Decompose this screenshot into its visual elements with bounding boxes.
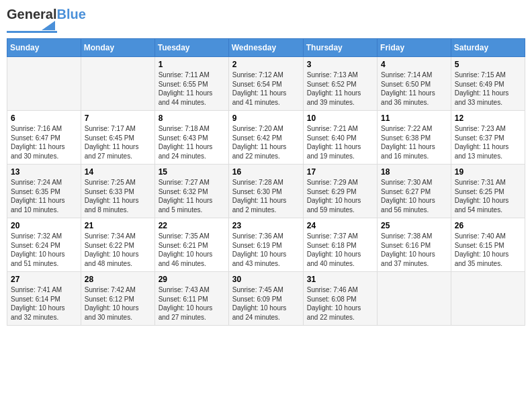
- cell-content: Sunrise: 7:14 AM Sunset: 6:50 PM Dayligh…: [381, 71, 447, 107]
- calendar-cell: 3Sunrise: 7:13 AM Sunset: 6:52 PM Daylig…: [303, 57, 377, 111]
- header-cell-saturday: Saturday: [451, 39, 525, 57]
- cell-content: Sunrise: 7:38 AM Sunset: 6:16 PM Dayligh…: [381, 232, 447, 268]
- header-cell-wednesday: Wednesday: [228, 39, 303, 57]
- logo-underline: [7, 31, 57, 33]
- day-number: 27: [11, 275, 77, 284]
- cell-content: Sunrise: 7:40 AM Sunset: 6:15 PM Dayligh…: [455, 232, 521, 268]
- day-number: 7: [85, 113, 151, 123]
- header-cell-tuesday: Tuesday: [154, 39, 228, 57]
- cell-content: Sunrise: 7:31 AM Sunset: 6:25 PM Dayligh…: [455, 178, 521, 214]
- calendar-cell: 29Sunrise: 7:43 AM Sunset: 6:11 PM Dayli…: [154, 272, 228, 326]
- calendar-cell: 4Sunrise: 7:14 AM Sunset: 6:50 PM Daylig…: [378, 57, 451, 111]
- page-header: GeneralBlue: [7, 7, 525, 33]
- day-number: 23: [232, 221, 300, 230]
- cell-content: Sunrise: 7:23 AM Sunset: 6:37 PM Dayligh…: [455, 124, 521, 161]
- calendar-cell: [81, 57, 154, 111]
- calendar-cell: 23Sunrise: 7:36 AM Sunset: 6:19 PM Dayli…: [228, 218, 303, 272]
- cell-content: Sunrise: 7:36 AM Sunset: 6:19 PM Dayligh…: [232, 232, 300, 268]
- svg-marker-0: [42, 21, 55, 30]
- cell-content: Sunrise: 7:43 AM Sunset: 6:11 PM Dayligh…: [159, 285, 225, 322]
- day-number: 30: [232, 275, 300, 284]
- calendar-cell: 26Sunrise: 7:40 AM Sunset: 6:15 PM Dayli…: [451, 218, 525, 272]
- day-number: 16: [232, 167, 300, 177]
- day-number: 21: [85, 221, 151, 230]
- day-number: 10: [307, 113, 373, 123]
- calendar-cell: 14Sunrise: 7:25 AM Sunset: 6:33 PM Dayli…: [81, 165, 154, 218]
- calendar-cell: 10Sunrise: 7:21 AM Sunset: 6:40 PM Dayli…: [303, 111, 377, 165]
- day-number: 9: [232, 113, 300, 123]
- calendar-cell: 22Sunrise: 7:35 AM Sunset: 6:21 PM Dayli…: [154, 218, 228, 272]
- cell-content: Sunrise: 7:27 AM Sunset: 6:32 PM Dayligh…: [159, 178, 225, 214]
- day-number: 11: [381, 113, 447, 123]
- calendar-table: SundayMondayTuesdayWednesdayThursdayFrid…: [7, 38, 525, 326]
- header-row: SundayMondayTuesdayWednesdayThursdayFrid…: [7, 39, 525, 57]
- cell-content: Sunrise: 7:12 AM Sunset: 6:54 PM Dayligh…: [232, 71, 300, 107]
- calendar-cell: 17Sunrise: 7:29 AM Sunset: 6:29 PM Dayli…: [303, 165, 377, 218]
- day-number: 12: [455, 113, 521, 123]
- calendar-body: 1Sunrise: 7:11 AM Sunset: 6:55 PM Daylig…: [7, 57, 525, 326]
- cell-content: Sunrise: 7:20 AM Sunset: 6:42 PM Dayligh…: [232, 124, 300, 161]
- cell-content: Sunrise: 7:46 AM Sunset: 6:08 PM Dayligh…: [307, 285, 373, 322]
- cell-content: Sunrise: 7:34 AM Sunset: 6:22 PM Dayligh…: [85, 232, 151, 268]
- day-number: 13: [11, 167, 77, 177]
- day-number: 8: [159, 113, 225, 123]
- day-number: 14: [85, 167, 151, 177]
- day-number: 5: [455, 60, 521, 69]
- week-row-1: 1Sunrise: 7:11 AM Sunset: 6:55 PM Daylig…: [7, 57, 525, 111]
- cell-content: Sunrise: 7:22 AM Sunset: 6:38 PM Dayligh…: [381, 124, 447, 161]
- calendar-cell: 31Sunrise: 7:46 AM Sunset: 6:08 PM Dayli…: [303, 272, 377, 326]
- header-cell-sunday: Sunday: [7, 39, 81, 57]
- cell-content: Sunrise: 7:45 AM Sunset: 6:09 PM Dayligh…: [232, 285, 300, 322]
- day-number: 15: [159, 167, 225, 177]
- week-row-4: 20Sunrise: 7:32 AM Sunset: 6:24 PM Dayli…: [7, 218, 525, 272]
- week-row-2: 6Sunrise: 7:16 AM Sunset: 6:47 PM Daylig…: [7, 111, 525, 165]
- day-number: 24: [307, 221, 373, 230]
- day-number: 25: [381, 221, 447, 230]
- week-row-5: 27Sunrise: 7:41 AM Sunset: 6:14 PM Dayli…: [7, 272, 525, 326]
- cell-content: Sunrise: 7:24 AM Sunset: 6:35 PM Dayligh…: [11, 178, 77, 214]
- day-number: 3: [307, 60, 373, 69]
- calendar-cell: 21Sunrise: 7:34 AM Sunset: 6:22 PM Dayli…: [81, 218, 154, 272]
- cell-content: Sunrise: 7:15 AM Sunset: 6:49 PM Dayligh…: [455, 71, 521, 107]
- calendar-cell: 6Sunrise: 7:16 AM Sunset: 6:47 PM Daylig…: [7, 111, 81, 165]
- week-row-3: 13Sunrise: 7:24 AM Sunset: 6:35 PM Dayli…: [7, 165, 525, 218]
- day-number: 1: [159, 60, 225, 69]
- day-number: 22: [159, 221, 225, 230]
- calendar-cell: 2Sunrise: 7:12 AM Sunset: 6:54 PM Daylig…: [228, 57, 303, 111]
- calendar-cell: 27Sunrise: 7:41 AM Sunset: 6:14 PM Dayli…: [7, 272, 81, 326]
- day-number: 31: [307, 275, 373, 284]
- calendar-cell: 1Sunrise: 7:11 AM Sunset: 6:55 PM Daylig…: [154, 57, 228, 111]
- calendar-cell: 16Sunrise: 7:28 AM Sunset: 6:30 PM Dayli…: [228, 165, 303, 218]
- day-number: 26: [455, 221, 521, 230]
- day-number: 2: [232, 60, 300, 69]
- calendar-cell: 12Sunrise: 7:23 AM Sunset: 6:37 PM Dayli…: [451, 111, 525, 165]
- cell-content: Sunrise: 7:25 AM Sunset: 6:33 PM Dayligh…: [85, 178, 151, 214]
- day-number: 17: [307, 167, 373, 177]
- calendar-header: SundayMondayTuesdayWednesdayThursdayFrid…: [7, 39, 525, 57]
- logo-arrow-icon: [42, 21, 55, 30]
- day-number: 4: [381, 60, 447, 69]
- calendar-cell: 25Sunrise: 7:38 AM Sunset: 6:16 PM Dayli…: [378, 218, 451, 272]
- calendar-cell: 19Sunrise: 7:31 AM Sunset: 6:25 PM Dayli…: [451, 165, 525, 218]
- day-number: 29: [159, 275, 225, 284]
- logo-text-blue: Blue: [56, 7, 85, 21]
- calendar-cell: 18Sunrise: 7:30 AM Sunset: 6:27 PM Dayli…: [378, 165, 451, 218]
- cell-content: Sunrise: 7:17 AM Sunset: 6:45 PM Dayligh…: [85, 124, 151, 161]
- header-cell-monday: Monday: [81, 39, 154, 57]
- cell-content: Sunrise: 7:32 AM Sunset: 6:24 PM Dayligh…: [11, 232, 77, 268]
- calendar-cell: [378, 272, 451, 326]
- day-number: 6: [11, 113, 77, 123]
- logo: GeneralBlue: [7, 7, 86, 33]
- day-number: 18: [381, 167, 447, 177]
- header-cell-thursday: Thursday: [303, 39, 377, 57]
- cell-content: Sunrise: 7:21 AM Sunset: 6:40 PM Dayligh…: [307, 124, 373, 161]
- calendar-cell: [451, 272, 525, 326]
- logo-text-general: General: [7, 7, 56, 21]
- cell-content: Sunrise: 7:41 AM Sunset: 6:14 PM Dayligh…: [11, 285, 77, 322]
- calendar-cell: 7Sunrise: 7:17 AM Sunset: 6:45 PM Daylig…: [81, 111, 154, 165]
- calendar-cell: 8Sunrise: 7:18 AM Sunset: 6:43 PM Daylig…: [154, 111, 228, 165]
- calendar-cell: 9Sunrise: 7:20 AM Sunset: 6:42 PM Daylig…: [228, 111, 303, 165]
- cell-content: Sunrise: 7:16 AM Sunset: 6:47 PM Dayligh…: [11, 124, 77, 161]
- cell-content: Sunrise: 7:18 AM Sunset: 6:43 PM Dayligh…: [159, 124, 225, 161]
- day-number: 20: [11, 221, 77, 230]
